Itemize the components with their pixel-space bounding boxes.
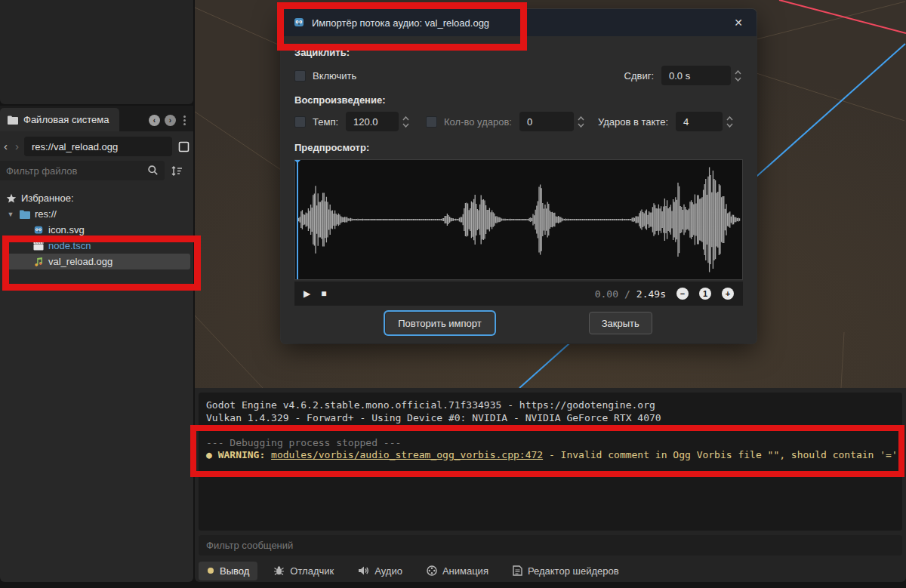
loop-enable-label: Включить — [313, 70, 356, 82]
stop-button[interactable]: ■ — [321, 288, 326, 299]
audio-import-dialog: Импортёр потока аудио: val_reload.ogg ✕ … — [281, 9, 757, 343]
preview-section-label: Предпросмотр: — [294, 142, 743, 153]
debugger-bug-icon — [273, 565, 285, 576]
beat-count-label: Кол-во ударов: — [444, 116, 512, 128]
dock-menu-button[interactable] — [180, 114, 189, 127]
sort-files-button[interactable] — [169, 165, 189, 177]
bottom-tab-вывод[interactable]: Вывод — [199, 562, 257, 580]
bottom-panel-tabs: ВыводОтладчикАудиоАнимацияРедактор шейде… — [199, 559, 902, 582]
audio-file-icon — [33, 257, 44, 267]
beat-count-spinbox[interactable]: 0 — [519, 112, 574, 131]
waveform-preview[interactable] — [294, 159, 743, 280]
tempo-spin-arrows[interactable] — [399, 116, 411, 128]
file-tree-item-res-[interactable]: ▼res:// — [3, 206, 190, 222]
zoom-out-button[interactable]: − — [676, 288, 689, 300]
search-icon — [147, 165, 159, 179]
playback-section-label: Воспроизведение: — [294, 94, 743, 106]
waveform-graph — [295, 160, 742, 279]
preview-playbar: ▶ ■ 0.00 / 2.49s − 1 + — [294, 282, 743, 306]
file-label: Избранное: — [21, 192, 74, 204]
chevron-down-icon — [578, 123, 584, 128]
chevron-up-icon — [735, 70, 741, 75]
file-label: res:// — [35, 208, 57, 220]
log-line: --- Debugging process stopped --- — [206, 437, 895, 450]
tab-label: Редактор шейдеров — [528, 565, 619, 577]
toggle-split-mode-button[interactable] — [175, 140, 193, 154]
scene-dock-panel — [0, 0, 193, 104]
tab-label: Отладчик — [290, 565, 334, 577]
tempo-checkbox[interactable] — [294, 116, 306, 128]
file-filter-input[interactable] — [0, 161, 165, 180]
file-tree: Избранное:▼res://icon.svgnode.tscnval_re… — [0, 190, 193, 269]
tab-label: Аудио — [374, 565, 402, 577]
dock-tabbar: Файловая система ‹ › — [0, 106, 193, 131]
close-icon[interactable]: ✕ — [731, 15, 746, 30]
tab-label: Анимация — [442, 565, 488, 577]
tempo-spinbox[interactable]: 120.0 — [346, 112, 399, 131]
history-forward-button[interactable]: › — [13, 138, 21, 155]
log-line: Vulkan 1.4.329 - Forward+ - Using Device… — [206, 412, 895, 425]
playhead-cursor[interactable] — [297, 160, 298, 279]
reimport-button[interactable]: Повторить импорт — [385, 312, 494, 334]
shader-document-icon — [513, 565, 522, 576]
beat-count-checkbox[interactable] — [426, 116, 437, 128]
godot-icon — [293, 17, 305, 29]
time-total: 2.49s — [636, 288, 666, 300]
expand-arrow-icon[interactable]: ▼ — [6, 211, 15, 218]
loop-section-label: Зациклить: — [294, 47, 743, 58]
bar-beats-label: Ударов в такте: — [598, 116, 668, 128]
chevron-down-icon — [726, 123, 733, 128]
time-separator: / — [624, 288, 630, 300]
warning-log-line: ● WARNING: modules/vorbis/audio_stream_o… — [206, 449, 895, 462]
filesystem-dock: Файловая система ‹ › ‹ › — [0, 0, 193, 582]
time-current: 0.00 — [595, 288, 618, 300]
bottom-tab-отладчик[interactable]: Отладчик — [265, 562, 342, 580]
file-label: val_reload.ogg — [48, 256, 112, 267]
offset-spin-arrows[interactable] — [731, 70, 743, 82]
offset-spinbox[interactable]: 0.0 s — [661, 66, 731, 85]
file-tree-item-icon.svg[interactable]: icon.svg — [3, 222, 190, 238]
zoom-reset-button[interactable]: 1 — [699, 288, 711, 300]
dialog-title: Импортёр потока аудио: val_reload.ogg — [312, 17, 489, 29]
output-panel: Godot Engine v4.6.2.stable.mono.official… — [195, 388, 906, 582]
tab-label: Вывод — [220, 565, 249, 577]
dialog-titlebar[interactable]: Импортёр потока аудио: val_reload.ogg ✕ — [281, 9, 757, 36]
file-tree-item-node.tscn[interactable]: node.tscn — [3, 238, 190, 254]
bottom-tab-аудио[interactable]: Аудио — [350, 562, 411, 580]
zoom-in-button[interactable]: + — [722, 288, 734, 300]
tab-filesystem-label: Файловая система — [23, 114, 109, 125]
file-label: icon.svg — [48, 224, 85, 236]
chevron-up-icon — [726, 116, 733, 121]
filesystem-body: ‹ › Избранное:▼res://icon.svgnode.tscnva… — [0, 131, 193, 582]
play-button[interactable]: ▶ — [304, 288, 310, 299]
history-back-button[interactable]: ‹ — [2, 138, 10, 155]
bottom-tab-анимация[interactable]: Анимация — [418, 562, 497, 580]
output-log: Godot Engine v4.6.2.stable.mono.official… — [199, 393, 902, 531]
message-filter-input[interactable] — [199, 535, 902, 556]
tab-filesystem[interactable]: Файловая система — [0, 108, 119, 131]
bottom-tab-редактор-шейдеров[interactable]: Редактор шейдеров — [504, 562, 627, 580]
tempo-label: Темп: — [313, 116, 338, 128]
loop-enable-checkbox[interactable] — [294, 70, 306, 82]
output-status-dot — [207, 567, 214, 574]
file-label: node.tscn — [48, 240, 91, 251]
split-mode-icon — [178, 141, 190, 152]
file-tree-item--[interactable]: Избранное: — [3, 190, 190, 206]
current-path-input[interactable] — [24, 137, 172, 156]
close-button[interactable]: Закрыть — [589, 312, 652, 334]
chevron-up-icon — [402, 116, 409, 121]
audio-speaker-icon — [358, 565, 369, 576]
scene-icon — [33, 241, 44, 251]
warning-dot: ● — [206, 449, 218, 460]
log-line: Godot Engine v4.6.2.stable.mono.official… — [206, 399, 895, 412]
bar-beats-spin-arrows[interactable] — [723, 116, 735, 128]
bar-beats-spinbox[interactable]: 4 — [676, 112, 723, 131]
sort-icon — [171, 165, 183, 177]
folder-icon — [20, 210, 30, 219]
chevron-down-icon — [402, 123, 409, 128]
beat-count-spin-arrows[interactable] — [574, 116, 586, 128]
dock-forward-button[interactable]: › — [165, 115, 176, 126]
dock-back-button[interactable]: ‹ — [149, 115, 160, 126]
file-tree-item-val-reload.ogg[interactable]: val_reload.ogg — [3, 254, 190, 269]
warning-source-link[interactable]: modules/vorbis/audio_stream_ogg_vorbis.c… — [271, 449, 543, 460]
